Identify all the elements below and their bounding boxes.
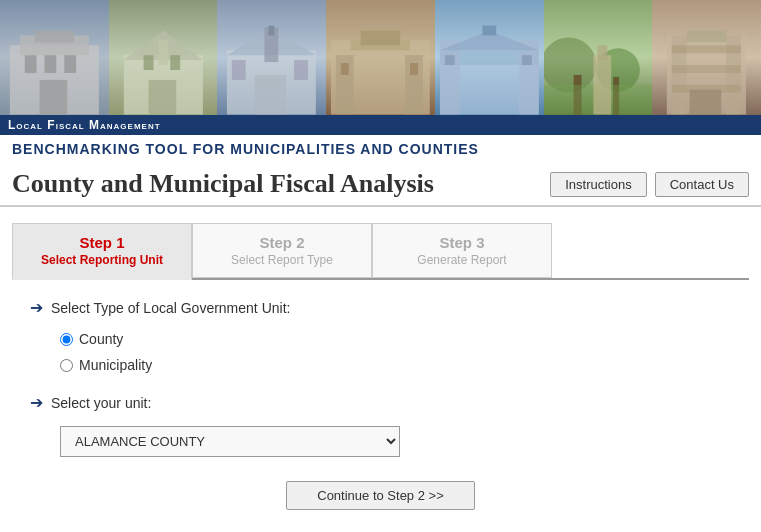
svg-rect-10 [170,55,180,70]
step-3-label: Generate Report [393,253,531,267]
svg-rect-40 [593,55,611,114]
banner-text: Local Fiscal Management [8,118,161,132]
radio-municipality[interactable]: Municipality [60,357,731,373]
svg-rect-17 [232,60,246,80]
svg-rect-5 [64,55,76,73]
step-2-number: Step 2 [213,234,351,251]
svg-rect-30 [519,40,539,114]
step-2-tab: Step 2 Select Report Type [192,223,372,278]
svg-rect-41 [597,45,607,60]
radio-county[interactable]: County [60,331,731,347]
arrow-icon-2: ➔ [30,393,43,412]
header-image-strip [0,0,761,115]
header-img-6 [544,0,653,115]
svg-rect-29 [440,40,460,114]
svg-rect-26 [410,63,418,75]
step-1-label: Select Reporting Unit [33,253,171,267]
page-title: County and Municipal Fiscal Analysis [12,169,550,199]
svg-rect-12 [158,40,168,65]
step-1-tab[interactable]: Step 1 Select Reporting Unit [12,223,192,280]
step-3-tab: Step 3 Generate Report [372,223,552,278]
header-buttons: Instructions Contact Us [550,172,749,197]
continue-button[interactable]: Continue to Step 2 >> [286,481,474,510]
header-img-7 [652,0,761,115]
step-1-number: Step 1 [33,234,171,251]
step-3-number: Step 3 [393,234,531,251]
header-img-5 [435,0,544,115]
radio-group: County Municipality [60,331,731,373]
svg-rect-19 [255,75,287,115]
svg-rect-49 [687,30,727,42]
header-img-4 [326,0,435,115]
header-img-2 [109,0,218,115]
svg-point-35 [544,37,596,92]
svg-rect-6 [40,80,68,115]
contact-us-button[interactable]: Contact Us [655,172,749,197]
svg-rect-32 [522,55,532,65]
svg-rect-9 [143,55,153,70]
svg-rect-18 [295,60,309,80]
svg-rect-11 [148,80,176,115]
continue-section: Continue to Step 2 >> [30,481,731,530]
radio-county-input[interactable] [60,333,73,346]
svg-rect-45 [672,45,741,53]
svg-rect-48 [690,90,722,115]
unit-dropdown[interactable]: ALAMANCE COUNTYALEXANDER COUNTYALLEGHANY… [60,426,400,457]
svg-rect-16 [269,26,275,36]
arrow-icon-1: ➔ [30,298,43,317]
question-1-text: Select Type of Local Government Unit: [51,300,290,316]
question-2-row: ➔ Select your unit: [30,393,731,412]
instructions-button[interactable]: Instructions [550,172,646,197]
svg-rect-4 [44,55,56,73]
svg-rect-3 [25,55,37,73]
svg-rect-46 [672,65,741,73]
header-img-1 [0,0,109,115]
svg-rect-22 [361,30,401,45]
svg-rect-2 [35,30,75,42]
benchmarking-subtitle: Benchmarking Tool for Municipalities and… [0,135,761,161]
content-area: ➔ Select Type of Local Government Unit: … [0,280,761,532]
svg-rect-31 [445,55,455,65]
svg-rect-34 [482,26,496,36]
local-fiscal-banner: Local Fiscal Management [0,115,761,135]
steps-tabs: Step 1 Select Reporting Unit Step 2 Sele… [12,223,749,280]
unit-select-wrapper: ALAMANCE COUNTYALEXANDER COUNTYALLEGHANY… [60,426,731,457]
radio-municipality-label: Municipality [79,357,152,373]
question-1-row: ➔ Select Type of Local Government Unit: [30,298,731,317]
header-img-3 [217,0,326,115]
radio-municipality-input[interactable] [60,359,73,372]
radio-county-label: County [79,331,123,347]
step-2-label: Select Report Type [213,253,351,267]
svg-rect-25 [341,63,349,75]
main-header: County and Municipal Fiscal Analysis Ins… [0,161,761,207]
question-2-text: Select your unit: [51,395,151,411]
